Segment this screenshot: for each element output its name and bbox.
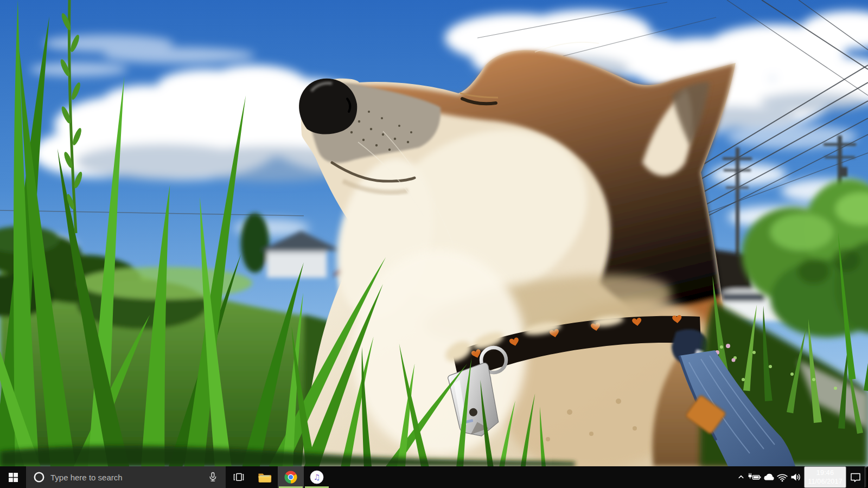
chrome-icon: [284, 470, 298, 484]
taskbar: ♫: [0, 466, 868, 488]
cloud-icon: [762, 473, 775, 481]
clock-date: 11/06/2017: [808, 477, 843, 486]
speaker-icon: [790, 472, 803, 482]
start-button[interactable]: [0, 466, 26, 488]
task-view-icon: [232, 471, 245, 484]
chevron-up-icon: [737, 473, 745, 481]
svg-text:♫: ♫: [314, 473, 321, 481]
itunes-button[interactable]: ♫: [304, 466, 330, 488]
task-view-button[interactable]: [226, 466, 252, 488]
windows-desktop-screen: ♫: [0, 0, 868, 488]
onedrive-button[interactable]: [762, 466, 776, 488]
network-button[interactable]: [776, 466, 789, 488]
volume-button[interactable]: [789, 466, 804, 488]
action-center-button[interactable]: [846, 466, 865, 488]
desktop-wallpaper[interactable]: [0, 0, 868, 466]
taskbar-search-box[interactable]: [26, 466, 226, 488]
windows-logo-icon: [9, 473, 18, 482]
clock[interactable]: 19:46 11/06/2017: [804, 466, 846, 488]
wifi-icon: [776, 473, 788, 482]
chrome-button[interactable]: [278, 466, 304, 488]
battery-charging-icon: [748, 473, 762, 481]
battery-button[interactable]: [748, 466, 762, 488]
show-desktop-button[interactable]: [865, 466, 868, 488]
action-center-icon: [850, 472, 861, 483]
clock-time: 19:46: [816, 468, 834, 477]
microphone-icon[interactable]: [207, 471, 219, 483]
wallpaper-illustration: [0, 0, 868, 466]
file-explorer-button[interactable]: [252, 466, 278, 488]
itunes-icon: ♫: [310, 470, 324, 484]
folder-icon: [258, 471, 272, 483]
cortana-circle-icon: [33, 471, 45, 483]
system-tray: 19:46 11/06/2017: [735, 466, 868, 488]
taskbar-empty-area: [330, 466, 735, 488]
search-input[interactable]: [50, 473, 202, 482]
hidden-icons-button[interactable]: [735, 466, 748, 488]
